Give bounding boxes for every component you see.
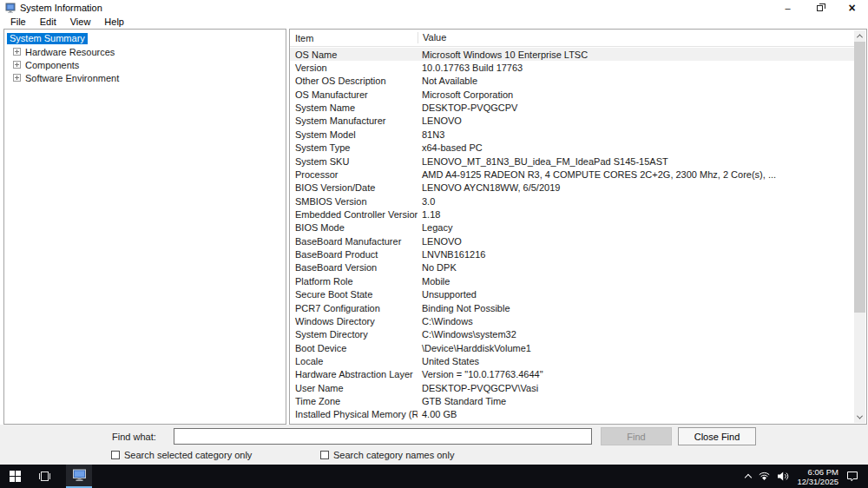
search-category-names-option[interactable]: Search category names only	[320, 450, 454, 460]
wifi-icon[interactable]	[759, 472, 770, 481]
table-row[interactable]: SMBIOS Version3.0	[290, 195, 854, 208]
scroll-thumb[interactable]	[854, 42, 865, 313]
item-cell: Version	[290, 63, 418, 73]
table-row[interactable]: BaseBoard ManufacturerLENOVO	[290, 234, 854, 247]
menu-view[interactable]: View	[63, 16, 98, 27]
table-row[interactable]: OS ManufacturerMicrosoft Corporation	[290, 88, 854, 101]
sidebar-item-software-environment[interactable]: Software Environment	[4, 71, 286, 84]
table-row[interactable]: Version10.0.17763 Build 17763	[290, 61, 854, 74]
value-cell: Unsupported	[418, 289, 854, 300]
item-cell: Windows Directory	[290, 316, 418, 326]
table-row[interactable]: System DirectoryC:\Windows\system32	[290, 328, 854, 341]
table-row[interactable]: User NameDESKTOP-PVQGCPV\Vasi	[290, 381, 854, 394]
item-cell: Platform Role	[290, 276, 418, 287]
value-cell: DESKTOP-PVQGCPV\Vasi	[418, 383, 854, 393]
value-cell: Binding Not Possible	[418, 303, 854, 313]
value-cell: Mobile	[418, 276, 854, 287]
value-cell: AMD A4-9125 RADEON R3, 4 COMPUTE CORES 2…	[418, 169, 854, 180]
search-selected-category-option[interactable]: Search selected category only	[111, 450, 252, 460]
system-tray: 6:06 PM 12/31/2025	[746, 465, 868, 488]
table-row[interactable]: Installed Physical Memory (RAM)4.00 GB	[290, 408, 854, 421]
value-cell: LENOVO	[418, 236, 854, 247]
menu-file[interactable]: File	[3, 16, 33, 27]
table-row[interactable]: Embedded Controller Version1.18	[290, 208, 854, 221]
clock-time: 6:06 PM	[797, 467, 838, 477]
menu-help[interactable]: Help	[97, 16, 131, 27]
column-header-value[interactable]: Value	[418, 32, 854, 43]
menu-edit[interactable]: Edit	[33, 16, 63, 27]
restore-button[interactable]	[804, 0, 836, 15]
item-cell: OS Manufacturer	[290, 89, 418, 100]
item-cell: System Directory	[290, 329, 418, 340]
value-cell: LENOVO_MT_81N3_BU_idea_FM_IdeaPad S145-1…	[418, 156, 854, 167]
sidebar-item-hardware-resources[interactable]: Hardware Resources	[4, 45, 286, 58]
table-row[interactable]: Hardware Abstraction LayerVersion = "10.…	[290, 368, 854, 381]
expand-icon[interactable]	[13, 48, 21, 56]
detail-pane: Item Value OS NameMicrosoft Windows 10 E…	[289, 29, 867, 425]
table-row[interactable]: Secure Boot StateUnsupported	[290, 287, 854, 300]
table-row[interactable]: Platform RoleMobile	[290, 274, 854, 287]
checkbox-icon[interactable]	[111, 451, 120, 459]
table-row[interactable]: Time ZoneGTB Standard Time	[290, 394, 854, 407]
minimize-button[interactable]: –	[772, 0, 804, 15]
vertical-scrollbar[interactable]	[854, 30, 865, 423]
close-button[interactable]: ×	[836, 0, 868, 15]
taskbar-clock[interactable]: 6:06 PM 12/31/2025	[797, 467, 838, 486]
table-row[interactable]: BIOS ModeLegacy	[290, 221, 854, 234]
tray-overflow-chevron-icon[interactable]	[745, 474, 752, 481]
table-row[interactable]: Windows DirectoryC:\Windows	[290, 314, 854, 327]
task-view-button[interactable]	[30, 465, 59, 488]
item-cell: Other OS Description	[290, 76, 418, 86]
table-row[interactable]: System SKULENOVO_MT_81N3_BU_idea_FM_Idea…	[290, 155, 854, 168]
table-row[interactable]: PCR7 ConfigurationBinding Not Possible	[290, 301, 854, 314]
window-controls: – ×	[772, 0, 868, 15]
start-button[interactable]	[0, 465, 30, 488]
item-cell: SMBIOS Version	[290, 196, 418, 207]
item-cell: System Name	[290, 102, 418, 113]
table-row[interactable]: BaseBoard VersionNo DPK	[290, 261, 854, 274]
find-what-label: Find what:	[112, 432, 156, 442]
item-cell: BaseBoard Manufacturer	[290, 236, 418, 247]
value-cell: GTB Standard Time	[418, 396, 854, 406]
action-center-icon[interactable]	[846, 471, 858, 482]
chevron-down-icon	[857, 413, 863, 419]
taskbar-app-system-information[interactable]	[66, 465, 92, 488]
expand-icon[interactable]	[13, 61, 21, 69]
scroll-up-icon[interactable]	[854, 30, 865, 42]
checkbox-icon[interactable]	[320, 451, 329, 459]
taskbar: 6:06 PM 12/31/2025	[0, 465, 868, 488]
item-cell: System Manufacturer	[290, 115, 418, 126]
table-row[interactable]: System Model81N3	[290, 128, 854, 141]
checkbox-label: Search selected category only	[124, 450, 252, 460]
find-button[interactable]: Find	[601, 427, 672, 445]
close-find-button[interactable]: Close Find	[678, 427, 756, 445]
value-cell: LENOVO	[418, 115, 854, 126]
value-cell: DESKTOP-PVQGCPV	[418, 102, 854, 113]
table-row[interactable]: Boot Device\Device\HarddiskVolume1	[290, 341, 854, 354]
table-row[interactable]: LocaleUnited States	[290, 354, 854, 367]
table-row[interactable]: OS NameMicrosoft Windows 10 Enterprise L…	[290, 48, 854, 61]
value-cell: 4.00 GB	[418, 409, 854, 419]
find-bar: Find what: Find Close Find Search select…	[0, 425, 868, 465]
find-input[interactable]	[174, 428, 592, 445]
table-row[interactable]: System ManufacturerLENOVO	[290, 115, 854, 128]
chevron-up-icon	[857, 34, 863, 40]
table-row[interactable]: ProcessorAMD A4-9125 RADEON R3, 4 COMPUT…	[290, 168, 854, 181]
column-header-item[interactable]: Item	[290, 30, 418, 46]
expand-icon[interactable]	[13, 74, 21, 82]
table-row[interactable]: System NameDESKTOP-PVQGCPV	[290, 101, 854, 114]
table-row[interactable]: Other OS DescriptionNot Available	[290, 75, 854, 88]
category-tree-pane: System Summary Hardware Resources Compon…	[3, 29, 286, 425]
find-options-row: Search selected category only Search cat…	[0, 450, 868, 462]
table-row[interactable]: System Typex64-based PC	[290, 142, 854, 155]
item-cell: Secure Boot State	[290, 289, 418, 300]
checkbox-label: Search category names only	[333, 450, 454, 460]
value-cell: 10.0.17763 Build 17763	[418, 63, 854, 73]
table-row[interactable]: BIOS Version/DateLENOVO AYCN18WW, 6/5/20…	[290, 181, 854, 195]
sidebar-item-components[interactable]: Components	[4, 58, 286, 71]
value-cell: LENOVO AYCN18WW, 6/5/2019	[418, 182, 854, 193]
scroll-down-icon[interactable]	[854, 412, 865, 423]
sidebar-item-system-summary[interactable]: System Summary	[4, 32, 286, 45]
table-row[interactable]: BaseBoard ProductLNVNB161216	[290, 247, 854, 260]
volume-icon[interactable]	[778, 472, 789, 481]
